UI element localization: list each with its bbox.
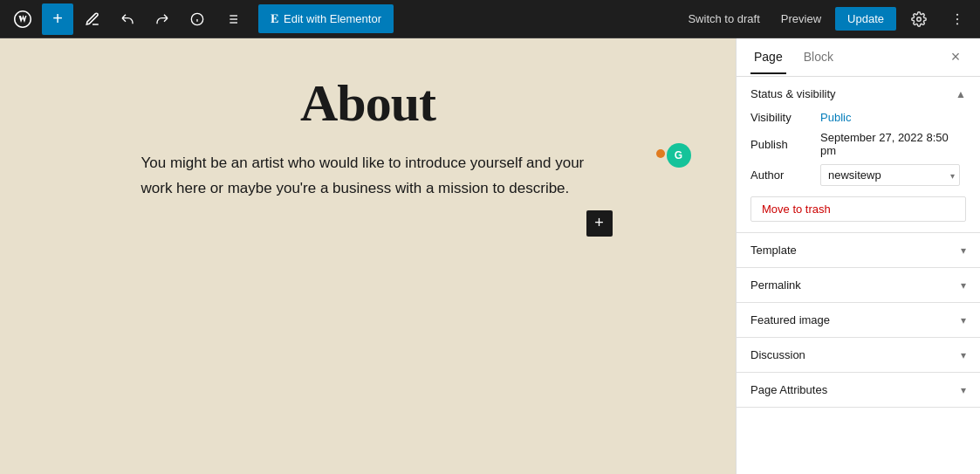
sidebar-close-button[interactable]: ×	[945, 47, 966, 68]
author-select[interactable]: newsitewp	[820, 164, 960, 186]
template-header[interactable]: Template ▾	[737, 233, 980, 267]
discussion-title: Discussion	[750, 348, 805, 361]
update-button[interactable]: Update	[835, 7, 896, 31]
author-row: Author newsitewp	[750, 164, 966, 186]
move-to-trash-button[interactable]: Move to trash	[750, 196, 966, 222]
template-section: Template ▾	[737, 233, 980, 268]
discussion-chevron: ▾	[961, 349, 966, 361]
permalink-title: Permalink	[750, 278, 801, 292]
template-title: Template	[750, 244, 797, 257]
status-visibility-header[interactable]: Status & visibility ▲	[737, 77, 980, 111]
status-visibility-section: Status & visibility ▲ Visibility Public …	[737, 77, 980, 233]
status-visibility-title: Status & visibility	[750, 87, 836, 100]
preview-button[interactable]: Preview	[774, 9, 828, 29]
visibility-row: Visibility Public	[750, 111, 966, 124]
status-visibility-content: Visibility Public Publish September 27, …	[737, 111, 980, 232]
visibility-label: Visibility	[750, 111, 820, 124]
more-options-button[interactable]	[942, 3, 973, 35]
toolbar: + 𝐄 Edit with Elementor Switch to draft …	[0, 0, 980, 38]
featured-image-section: Featured image ▾	[737, 303, 980, 338]
template-chevron: ▾	[961, 244, 966, 257]
featured-image-title: Featured image	[750, 313, 830, 326]
page-attributes-title: Page Attributes	[750, 383, 827, 396]
svg-point-12	[956, 23, 958, 24]
svg-point-10	[956, 13, 958, 15]
edit-with-elementor-button[interactable]: 𝐄 Edit with Elementor	[258, 4, 394, 33]
permalink-chevron: ▾	[961, 279, 966, 292]
wp-logo[interactable]	[7, 3, 38, 35]
discussion-section: Discussion ▾	[737, 338, 980, 373]
main-area: About You might be an artist who would l…	[0, 38, 980, 474]
author-select-wrap: newsitewp	[820, 164, 960, 186]
page-content: About You might be an artist who would l…	[89, 73, 648, 202]
visibility-value[interactable]: Public	[820, 111, 851, 124]
tab-page[interactable]: Page	[750, 41, 786, 74]
svg-point-11	[956, 17, 958, 19]
page-body[interactable]: You might be an artist who would like to…	[89, 151, 648, 202]
svg-point-9	[917, 17, 922, 21]
grammarly-button[interactable]: G	[667, 143, 691, 168]
author-label: Author	[750, 168, 820, 182]
sidebar: Page Block × Status & visibility ▲ Visib…	[736, 38, 980, 474]
permalink-header[interactable]: Permalink ▾	[737, 268, 980, 302]
page-attributes-chevron: ▾	[961, 384, 966, 396]
tab-block[interactable]: Block	[800, 41, 837, 74]
elementor-icon: 𝐄	[271, 11, 278, 26]
settings-button[interactable]	[903, 3, 935, 35]
featured-image-chevron: ▾	[961, 314, 966, 326]
orange-dot-indicator	[656, 149, 665, 158]
page-title[interactable]: About	[89, 73, 648, 134]
permalink-section: Permalink ▾	[737, 268, 980, 303]
sidebar-header: Page Block ×	[737, 38, 980, 77]
status-visibility-chevron: ▲	[956, 88, 966, 100]
canvas: About You might be an artist who would l…	[0, 38, 736, 474]
undo-button[interactable]	[112, 3, 143, 35]
toolbar-right-actions: Switch to draft Preview Update	[681, 3, 973, 35]
elementor-button-label: Edit with Elementor	[284, 12, 381, 25]
list-view-button[interactable]	[216, 3, 248, 35]
publish-label: Publish	[750, 138, 820, 151]
plus-icon: +	[52, 9, 63, 29]
publish-value[interactable]: September 27, 2022 8:50 pm	[820, 131, 966, 157]
add-block-canvas-button[interactable]: +	[586, 210, 613, 237]
switch-draft-button[interactable]: Switch to draft	[681, 9, 766, 29]
publish-row: Publish September 27, 2022 8:50 pm	[750, 131, 966, 157]
add-block-toolbar-button[interactable]: +	[42, 3, 73, 35]
featured-image-header[interactable]: Featured image ▾	[737, 303, 980, 337]
discussion-header[interactable]: Discussion ▾	[737, 338, 980, 372]
tools-button[interactable]	[77, 3, 108, 35]
info-button[interactable]	[182, 3, 213, 35]
page-attributes-section: Page Attributes ▾	[737, 373, 980, 408]
redo-button[interactable]	[147, 3, 178, 35]
page-attributes-header[interactable]: Page Attributes ▾	[737, 373, 980, 407]
